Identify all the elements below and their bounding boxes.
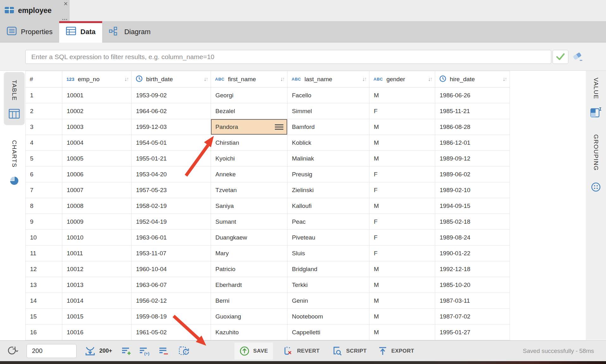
row-number-cell[interactable]: 12	[26, 261, 62, 277]
table-cell[interactable]: Maliniak	[288, 151, 369, 167]
table-cell[interactable]: M	[369, 88, 435, 103]
row-number-cell[interactable]: 7	[26, 182, 62, 198]
column-header-first-name[interactable]: ABC first_name ↓↑	[211, 71, 288, 88]
sort-icon[interactable]: ↓↑	[503, 76, 506, 82]
table-cell[interactable]: M	[369, 277, 435, 293]
column-header-rownum[interactable]: #	[26, 71, 62, 88]
table-cell[interactable]: Facello	[288, 88, 369, 103]
refresh-document-button[interactable]	[178, 346, 189, 356]
table-cell[interactable]: 1989-02-10	[435, 182, 510, 198]
table-cell[interactable]: Berni	[211, 293, 288, 309]
table-cell[interactable]: 10002	[62, 103, 132, 119]
table-cell[interactable]: Simmel	[288, 103, 369, 119]
table-cell[interactable]: Tzvetan	[211, 182, 288, 198]
table-cell[interactable]: 1990-01-22	[435, 246, 510, 261]
table-cell[interactable]: M	[369, 135, 435, 151]
table-cell[interactable]: Preusig	[288, 167, 369, 182]
table-cell[interactable]: 1957-05-23	[132, 182, 211, 198]
table-cell[interactable]: Pandora	[211, 119, 288, 135]
table-cell[interactable]: 1953-09-02	[132, 88, 211, 103]
table-cell[interactable]: Piveteau	[288, 230, 369, 246]
column-header-gender[interactable]: ABC gender ↓↑	[369, 71, 435, 88]
export-button[interactable]: EXPORT	[378, 346, 414, 356]
row-number-cell[interactable]: 2	[26, 103, 62, 119]
row-number-cell[interactable]: 15	[26, 309, 62, 325]
save-button[interactable]: SAVE	[234, 343, 273, 360]
table-cell[interactable]: Kazuhito	[211, 325, 288, 340]
table-cell[interactable]: Peac	[288, 214, 369, 230]
row-number-cell[interactable]: 8	[26, 198, 62, 214]
table-cell[interactable]: F	[369, 214, 435, 230]
table-cell[interactable]: 1987-03-11	[435, 293, 510, 309]
table-cell[interactable]: 1960-10-04	[132, 261, 211, 277]
table-cell[interactable]: M	[369, 309, 435, 325]
table-cell[interactable]: Mary	[211, 246, 288, 261]
table-cell[interactable]: M	[369, 198, 435, 214]
sort-icon[interactable]: ↓↑	[204, 76, 207, 82]
table-cell[interactable]: 1959-08-19	[132, 309, 211, 325]
table-cell[interactable]: 1956-02-12	[132, 293, 211, 309]
table-cell[interactable]: 10008	[62, 198, 132, 214]
table-cell[interactable]: F	[369, 103, 435, 119]
table-cell[interactable]: 1995-01-27	[435, 325, 510, 340]
row-number-cell[interactable]: 10	[26, 230, 62, 246]
table-cell[interactable]: Zielinski	[288, 182, 369, 198]
table-cell[interactable]: 1955-01-21	[132, 151, 211, 167]
table-cell[interactable]: 1992-12-18	[435, 261, 510, 277]
revert-button[interactable]: REVERT	[282, 346, 319, 356]
table-cell[interactable]: 1953-11-07	[132, 246, 211, 261]
close-icon[interactable]: ×	[64, 0, 68, 8]
table-cell[interactable]: 1959-12-03	[132, 119, 211, 135]
table-cell[interactable]: 1994-09-15	[435, 198, 510, 214]
table-cell[interactable]: 1985-10-20	[435, 277, 510, 293]
table-cell[interactable]: 10015	[62, 309, 132, 325]
table-cell[interactable]: Cappelletti	[288, 325, 369, 340]
table-cell[interactable]: Sumant	[211, 214, 288, 230]
table-cell[interactable]: 10004	[62, 135, 132, 151]
row-number-cell[interactable]: 14	[26, 293, 62, 309]
table-cell[interactable]: 1989-06-02	[435, 167, 510, 182]
row-number-cell[interactable]: 11	[26, 246, 62, 261]
row-number-cell[interactable]: 5	[26, 151, 62, 167]
table-cell[interactable]: Bamford	[288, 119, 369, 135]
table-cell[interactable]: 10007	[62, 182, 132, 198]
table-cell[interactable]: Bezalel	[211, 103, 288, 119]
tab-more-icon[interactable]: ...	[62, 15, 68, 21]
table-cell[interactable]: 1952-04-19	[132, 214, 211, 230]
tab-diagram[interactable]: Diagram	[102, 21, 157, 43]
clear-filter-button[interactable]	[571, 51, 584, 63]
table-cell[interactable]: 1963-06-07	[132, 277, 211, 293]
table-cell[interactable]: Kalloufi	[288, 198, 369, 214]
table-cell[interactable]: M	[369, 293, 435, 309]
table-cell[interactable]: Terkki	[288, 277, 369, 293]
table-cell[interactable]: Bridgland	[288, 261, 369, 277]
table-cell[interactable]: 10006	[62, 167, 132, 182]
table-cell[interactable]: 10003	[62, 119, 132, 135]
table-cell[interactable]: 1953-04-20	[132, 167, 211, 182]
table-cell[interactable]: 10010	[62, 230, 132, 246]
table-cell[interactable]: F	[369, 167, 435, 182]
table-cell[interactable]: 10011	[62, 246, 132, 261]
table-cell[interactable]: Chirstian	[211, 135, 288, 151]
table-cell[interactable]: 10016	[62, 325, 132, 340]
table-cell[interactable]: Eberhardt	[211, 277, 288, 293]
column-header-birth-date[interactable]: birth_date ↓↑	[132, 71, 211, 88]
file-tab-employee[interactable]: employee × ...	[0, 0, 70, 21]
table-cell[interactable]: Genin	[288, 293, 369, 309]
table-cell[interactable]: Georgi	[211, 88, 288, 103]
row-number-cell[interactable]: 1	[26, 88, 62, 103]
table-cell[interactable]: F	[369, 182, 435, 198]
table-cell[interactable]: Koblick	[288, 135, 369, 151]
table-cell[interactable]: Guoxiang	[211, 309, 288, 325]
table-cell[interactable]: Anneke	[211, 167, 288, 182]
table-cell[interactable]: 10005	[62, 151, 132, 167]
table-cell[interactable]: M	[369, 119, 435, 135]
table-cell[interactable]: 1985-02-18	[435, 214, 510, 230]
sort-icon[interactable]: ↓↑	[362, 76, 366, 82]
table-cell[interactable]: M	[369, 151, 435, 167]
table-cell[interactable]: Sluis	[288, 246, 369, 261]
table-cell[interactable]: 1985-11-21	[435, 103, 510, 119]
row-number-cell[interactable]: 3	[26, 119, 62, 135]
table-cell[interactable]: 1987-07-02	[435, 309, 510, 325]
table-cell[interactable]: M	[369, 325, 435, 340]
